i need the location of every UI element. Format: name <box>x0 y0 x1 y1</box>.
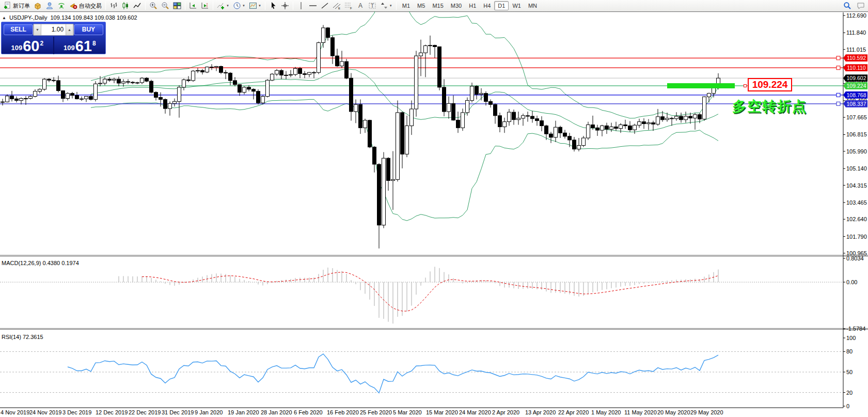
buy-price-prefix: 109 <box>64 44 75 52</box>
support-band[interactable] <box>667 83 735 88</box>
text-button[interactable]: A <box>355 1 366 11</box>
templates-icon <box>249 2 257 10</box>
autotrading-label: 自动交易 <box>79 2 102 10</box>
navigator-button[interactable] <box>44 1 55 11</box>
chat-icon <box>857 2 865 10</box>
chart-canvas[interactable] <box>0 11 868 417</box>
timeframe-m5[interactable]: M5 <box>414 1 429 10</box>
buy-button[interactable]: BUY <box>74 24 103 35</box>
arrows-icon <box>380 2 388 10</box>
timeframe-w1[interactable]: W1 <box>509 1 525 10</box>
pivot-annotation[interactable]: 多空转折点 <box>732 97 807 116</box>
templates-button[interactable]: ▼ <box>247 1 263 11</box>
equidistant-channel-button[interactable]: E <box>331 1 342 11</box>
timeframe-m30[interactable]: M30 <box>447 1 465 10</box>
cursor-button[interactable] <box>267 1 279 11</box>
toolbar-separator <box>213 2 213 10</box>
volume-input[interactable]: 1.00 <box>41 26 66 33</box>
navigator-icon <box>45 2 54 10</box>
price-callout-label[interactable]: 109.224 <box>748 78 792 91</box>
svg-text:E: E <box>338 7 340 10</box>
bar-chart-button[interactable] <box>108 1 119 11</box>
buy-price-big: 61 <box>75 39 92 53</box>
horizontal-line-button[interactable] <box>307 1 319 11</box>
timeframe-h4[interactable]: H4 <box>480 1 494 10</box>
periods-button[interactable]: ▼ <box>231 1 247 11</box>
auto-scroll-icon <box>189 2 197 10</box>
volume-decrease-button[interactable]: ▼ <box>34 24 41 36</box>
candlestick-button[interactable] <box>120 1 131 11</box>
timeframe-m1[interactable]: M1 <box>399 1 414 10</box>
timeframe-h1[interactable]: H1 <box>465 1 480 10</box>
macd-pane <box>0 267 843 323</box>
zoom-out-icon <box>161 2 169 10</box>
sell-price-big: 60 <box>23 39 39 53</box>
horizontal-line-icon <box>309 2 317 10</box>
toolbar-separator <box>145 2 146 10</box>
fibonacci-icon: F <box>344 2 353 10</box>
zoom-in-button[interactable] <box>148 1 159 11</box>
new-order-button[interactable]: 新订单 <box>2 1 31 11</box>
bar-chart-icon <box>109 2 118 10</box>
sell-price-prefix: 109 <box>11 44 22 52</box>
chart-shift-button[interactable] <box>199 1 211 11</box>
chat-button[interactable] <box>855 1 866 11</box>
arrows-button[interactable]: ▼ <box>378 1 394 11</box>
indicators-button[interactable]: ▼ <box>215 1 231 11</box>
svg-text:F: F <box>350 7 352 10</box>
chart-window: 112.690111.840111.015110.165109.340108.4… <box>0 11 868 417</box>
volume-increase-button[interactable]: ▲ <box>66 24 73 36</box>
signal-icon <box>57 2 66 10</box>
sell-price[interactable]: 109 60 2 <box>2 37 54 54</box>
candlestick-icon <box>121 2 130 10</box>
equidistant-channel-icon: E <box>333 2 341 10</box>
indicators-icon <box>217 2 225 10</box>
panel-collapse-icon[interactable]: ▲ <box>2 16 6 20</box>
text-icon: A <box>356 2 365 10</box>
buy-price[interactable]: 109 61 8 <box>54 37 106 54</box>
auto-scroll-button[interactable] <box>187 1 199 11</box>
candlesticks <box>1 25 720 248</box>
chart-title-row: ▲ USDJPY-,Daily 109.134 109.843 109.038 … <box>2 14 137 21</box>
svg-text:A: A <box>358 2 362 9</box>
search-icon <box>843 2 851 10</box>
crosshair-icon <box>281 2 289 10</box>
new-order-label: 新订单 <box>13 2 30 10</box>
search-button[interactable] <box>842 1 853 11</box>
rsi-pane <box>0 351 843 393</box>
new-order-icon <box>3 2 11 10</box>
zoom-in-icon <box>149 2 157 10</box>
timeframe-mn[interactable]: MN <box>525 1 541 10</box>
toolbar-separator <box>396 2 397 10</box>
line-chart-button[interactable] <box>132 1 143 11</box>
timeframe-d1[interactable]: D1 <box>494 1 509 10</box>
toolbar-separator <box>265 2 265 10</box>
crosshair-button[interactable] <box>279 1 291 11</box>
trendline-button[interactable] <box>319 1 330 11</box>
autotrading-button[interactable]: 自动交易 <box>68 1 103 11</box>
rsi-indicator-label: RSI(14) 72.3615 <box>2 334 43 340</box>
one-click-trade-panel: SELL ▼ 1.00 ▲ BUY 109 60 2 109 61 8 <box>1 22 106 54</box>
line-chart-icon <box>133 2 141 10</box>
tile-windows-icon <box>173 2 181 10</box>
signal-button[interactable] <box>56 1 67 11</box>
vertical-line-button[interactable] <box>295 1 307 11</box>
tile-windows-button[interactable] <box>171 1 183 11</box>
chevron-down-icon: ▼ <box>389 4 392 7</box>
text-label-button[interactable]: T <box>367 1 378 11</box>
market-watch-button[interactable] <box>32 1 43 11</box>
chart-shift-icon <box>201 2 209 10</box>
chart-symbol-title: USDJPY-,Daily <box>9 14 48 21</box>
sell-button[interactable]: SELL <box>4 24 33 35</box>
toolbar-separator <box>105 2 106 10</box>
callout-handle[interactable] <box>744 84 747 87</box>
chart-ohlc-values: 109.134 109.843 109.038 109.602 <box>50 14 137 21</box>
chevron-down-icon: ▼ <box>242 4 245 7</box>
fibonacci-button[interactable]: F <box>343 1 354 11</box>
toolbar: 新订单 自动交易 ▼ ▼ <box>0 0 868 11</box>
timeframe-m15[interactable]: M15 <box>429 1 447 10</box>
zoom-out-button[interactable] <box>160 1 171 11</box>
toolbar-separator <box>293 2 293 10</box>
sell-price-sup: 2 <box>40 40 43 47</box>
toolbar-separator <box>185 2 185 10</box>
